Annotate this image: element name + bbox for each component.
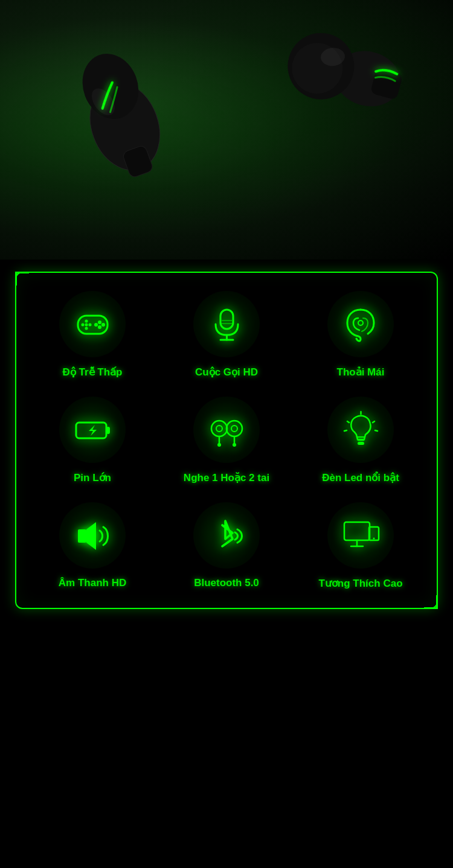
- lightbulb-icon: [341, 410, 381, 450]
- comfort-label: Thoải Mái: [337, 366, 385, 378]
- battery-icon: [73, 410, 112, 450]
- svg-point-28: [216, 426, 222, 432]
- comfort-icon-wrapper: [327, 291, 394, 357]
- feature-low-latency: Độ Trễ Thấp: [28, 291, 156, 378]
- svg-point-11: [81, 323, 84, 326]
- svg-rect-37: [358, 442, 364, 445]
- svg-point-31: [226, 421, 242, 436]
- svg-point-12: [88, 323, 91, 326]
- feature-led: Đèn Led nổi bật: [297, 397, 425, 484]
- svg-point-16: [101, 323, 105, 327]
- svg-line-42: [375, 430, 378, 431]
- svg-point-13: [85, 319, 88, 322]
- svg-point-18: [94, 323, 98, 327]
- features-grid: Độ Trễ Thấp Cuộc Gọi HD: [28, 291, 425, 590]
- svg-point-27: [211, 421, 227, 436]
- feature-bluetooth: Bluetooth 5.0: [162, 502, 291, 590]
- feature-comfort: Thoải Mái: [297, 291, 425, 378]
- gamepad-icon: [73, 305, 112, 344]
- svg-rect-43: [78, 529, 86, 543]
- mono-stereo-icon-wrapper: [193, 397, 260, 463]
- features-section: Độ Trễ Thấp Cuộc Gọi HD: [15, 272, 438, 609]
- feature-battery: Pin Lớn: [28, 397, 156, 484]
- feature-compatible: Tương Thích Cao: [297, 502, 425, 590]
- hd-call-icon-wrapper: [193, 291, 260, 357]
- mono-stereo-label: Nghe 1 Hoặc 2 tai: [184, 471, 269, 484]
- low-latency-icon-wrapper: [59, 291, 126, 357]
- low-latency-label: Độ Trễ Thấp: [63, 366, 123, 378]
- ear-icon: [341, 305, 381, 344]
- earbud-right: [272, 4, 417, 141]
- compatible-icon-wrapper: [327, 502, 394, 569]
- svg-point-32: [231, 426, 237, 432]
- earphones-icon: [207, 410, 246, 450]
- svg-line-40: [373, 421, 374, 423]
- svg-point-17: [98, 325, 101, 329]
- hero-section: [0, 0, 453, 260]
- speaker-icon: [73, 516, 112, 555]
- svg-point-10: [85, 323, 88, 326]
- hd-sound-label: Âm Thanh HD: [59, 577, 126, 589]
- feature-hd-call: Cuộc Gọi HD: [162, 291, 291, 378]
- svg-point-48: [373, 537, 374, 539]
- devices-icon: [341, 516, 381, 555]
- svg-rect-26: [106, 427, 110, 434]
- hd-call-label: Cuộc Gọi HD: [195, 366, 258, 378]
- battery-label: Pin Lớn: [74, 471, 111, 484]
- compatible-label: Tương Thích Cao: [318, 577, 402, 590]
- svg-point-24: [358, 321, 363, 325]
- led-label: Đèn Led nổi bật: [322, 471, 399, 484]
- earbud-left: [53, 36, 189, 193]
- svg-point-30: [217, 443, 221, 447]
- feature-hd-sound: Âm Thanh HD: [28, 502, 156, 590]
- svg-rect-19: [220, 310, 233, 329]
- svg-point-14: [85, 327, 88, 330]
- svg-rect-44: [344, 522, 370, 540]
- led-icon-wrapper: [327, 397, 394, 463]
- battery-icon-wrapper: [59, 397, 126, 463]
- svg-line-39: [347, 421, 349, 423]
- bluetooth-icon-wrapper: [193, 502, 260, 569]
- svg-point-15: [98, 321, 101, 324]
- feature-mono-stereo: Nghe 1 Hoặc 2 tai: [162, 397, 291, 484]
- bluetooth-icon: [207, 516, 246, 555]
- bluetooth-label: Bluetooth 5.0: [194, 577, 259, 589]
- earbuds-image: [0, 0, 453, 260]
- svg-line-41: [344, 430, 347, 431]
- microphone-icon: [207, 305, 246, 344]
- svg-point-34: [233, 443, 236, 447]
- hd-sound-icon-wrapper: [59, 502, 126, 569]
